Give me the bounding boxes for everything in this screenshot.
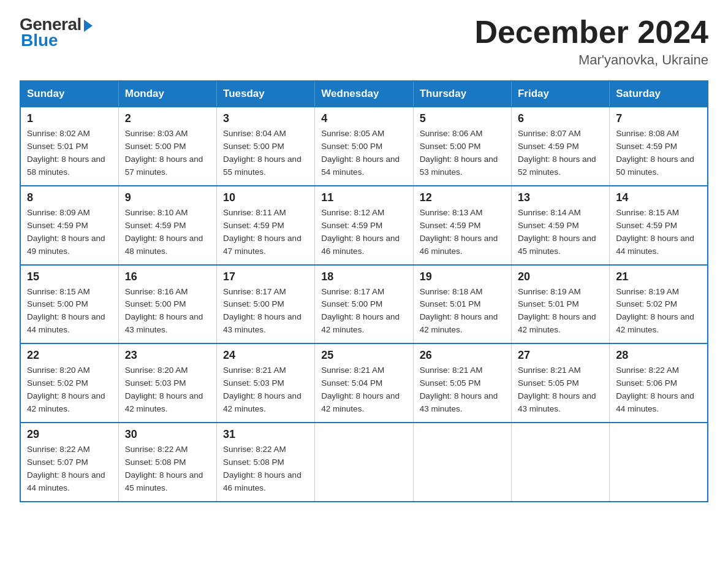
day-info: Sunrise: 8:17 AM Sunset: 5:00 PM Dayligh… <box>321 286 406 337</box>
sunset-label: Sunset: 5:00 PM <box>223 299 284 308</box>
day-number: 12 <box>420 191 505 204</box>
calendar-day-cell: 22 Sunrise: 8:20 AM Sunset: 5:02 PM Dayl… <box>20 343 118 423</box>
calendar-day-cell: 12 Sunrise: 8:13 AM Sunset: 4:59 PM Dayl… <box>413 186 511 265</box>
sunset-label: Sunset: 5:00 PM <box>420 142 481 151</box>
day-number: 24 <box>223 349 308 362</box>
day-number: 30 <box>125 428 210 441</box>
day-number: 15 <box>27 270 112 283</box>
sunset-label: Sunset: 5:04 PM <box>321 378 382 388</box>
day-number: 14 <box>616 191 701 204</box>
sunset-label: Sunset: 5:00 PM <box>321 299 382 308</box>
sunrise-label: Sunrise: 8:07 AM <box>518 129 581 138</box>
day-info: Sunrise: 8:06 AM Sunset: 5:00 PM Dayligh… <box>420 128 505 179</box>
day-number: 10 <box>223 191 308 204</box>
calendar-day-cell: 29 Sunrise: 8:22 AM Sunset: 5:07 PM Dayl… <box>20 423 118 502</box>
day-info: Sunrise: 8:07 AM Sunset: 4:59 PM Dayligh… <box>518 128 603 179</box>
sunrise-label: Sunrise: 8:03 AM <box>125 129 188 138</box>
sunrise-label: Sunrise: 8:20 AM <box>27 366 90 375</box>
days-of-week-row: SundayMondayTuesdayWednesdayThursdayFrid… <box>20 81 708 107</box>
calendar-week-row: 22 Sunrise: 8:20 AM Sunset: 5:02 PM Dayl… <box>20 343 708 423</box>
daylight-label: Daylight: 8 hours and 42 minutes. <box>420 312 498 334</box>
calendar-day-cell: 4 Sunrise: 8:05 AM Sunset: 5:00 PM Dayli… <box>315 107 413 186</box>
day-number: 28 <box>616 349 701 362</box>
day-info: Sunrise: 8:19 AM Sunset: 5:02 PM Dayligh… <box>616 286 701 337</box>
day-info: Sunrise: 8:11 AM Sunset: 4:59 PM Dayligh… <box>223 207 308 258</box>
day-number: 16 <box>125 270 210 283</box>
daylight-label: Daylight: 8 hours and 43 minutes. <box>223 312 301 334</box>
daylight-label: Daylight: 8 hours and 44 minutes. <box>616 391 694 413</box>
day-number: 26 <box>420 349 505 362</box>
day-number: 31 <box>223 428 308 441</box>
calendar-day-cell: 10 Sunrise: 8:11 AM Sunset: 4:59 PM Dayl… <box>217 186 315 265</box>
sunset-label: Sunset: 5:07 PM <box>27 458 88 467</box>
calendar-day-cell: 26 Sunrise: 8:21 AM Sunset: 5:05 PM Dayl… <box>413 343 511 423</box>
sunrise-label: Sunrise: 8:17 AM <box>321 287 384 296</box>
calendar-day-cell: 27 Sunrise: 8:21 AM Sunset: 5:05 PM Dayl… <box>511 343 609 423</box>
sunrise-label: Sunrise: 8:22 AM <box>616 366 679 375</box>
daylight-label: Daylight: 8 hours and 43 minutes. <box>125 312 203 334</box>
daylight-label: Daylight: 8 hours and 44 minutes. <box>27 470 105 492</box>
calendar-header: SundayMondayTuesdayWednesdayThursdayFrid… <box>20 81 708 107</box>
day-number: 21 <box>616 270 701 283</box>
day-info: Sunrise: 8:21 AM Sunset: 5:05 PM Dayligh… <box>420 364 505 416</box>
calendar-day-cell: 20 Sunrise: 8:19 AM Sunset: 5:01 PM Dayl… <box>511 265 609 344</box>
daylight-label: Daylight: 8 hours and 46 minutes. <box>420 234 498 256</box>
sunrise-label: Sunrise: 8:13 AM <box>420 208 483 217</box>
sunrise-label: Sunrise: 8:21 AM <box>223 366 286 375</box>
calendar-week-row: 15 Sunrise: 8:15 AM Sunset: 5:00 PM Dayl… <box>20 265 708 344</box>
month-title: December 2024 <box>474 15 708 50</box>
daylight-label: Daylight: 8 hours and 42 minutes. <box>518 312 596 334</box>
day-number: 2 <box>125 112 210 125</box>
calendar-day-cell: 9 Sunrise: 8:10 AM Sunset: 4:59 PM Dayli… <box>118 186 216 265</box>
day-info: Sunrise: 8:09 AM Sunset: 4:59 PM Dayligh… <box>27 207 112 258</box>
sunrise-label: Sunrise: 8:08 AM <box>616 129 679 138</box>
day-number: 27 <box>518 349 603 362</box>
sunset-label: Sunset: 4:59 PM <box>125 221 186 230</box>
day-of-week-header: Monday <box>118 81 216 107</box>
day-number: 19 <box>420 270 505 283</box>
sunset-label: Sunset: 5:08 PM <box>223 458 284 467</box>
sunrise-label: Sunrise: 8:22 AM <box>27 445 90 454</box>
calendar-day-cell: 3 Sunrise: 8:04 AM Sunset: 5:00 PM Dayli… <box>217 107 315 186</box>
day-info: Sunrise: 8:13 AM Sunset: 4:59 PM Dayligh… <box>420 207 505 258</box>
sunset-label: Sunset: 5:00 PM <box>223 142 284 151</box>
day-of-week-header: Friday <box>511 81 609 107</box>
calendar-day-cell: 8 Sunrise: 8:09 AM Sunset: 4:59 PM Dayli… <box>20 186 118 265</box>
sunrise-label: Sunrise: 8:02 AM <box>27 129 90 138</box>
calendar-day-cell <box>315 423 413 502</box>
calendar-body: 1 Sunrise: 8:02 AM Sunset: 5:01 PM Dayli… <box>20 107 708 501</box>
title-section: December 2024 Mar'yanovka, Ukraine <box>474 15 708 68</box>
day-number: 5 <box>420 112 505 125</box>
sunset-label: Sunset: 5:00 PM <box>125 299 186 308</box>
sunrise-label: Sunrise: 8:19 AM <box>518 287 581 296</box>
calendar-day-cell: 28 Sunrise: 8:22 AM Sunset: 5:06 PM Dayl… <box>610 343 708 423</box>
day-info: Sunrise: 8:08 AM Sunset: 4:59 PM Dayligh… <box>616 128 701 179</box>
sunset-label: Sunset: 4:59 PM <box>27 221 88 230</box>
daylight-label: Daylight: 8 hours and 43 minutes. <box>420 391 498 413</box>
day-info: Sunrise: 8:18 AM Sunset: 5:01 PM Dayligh… <box>420 286 505 337</box>
calendar-day-cell: 25 Sunrise: 8:21 AM Sunset: 5:04 PM Dayl… <box>315 343 413 423</box>
day-of-week-header: Saturday <box>610 81 708 107</box>
day-info: Sunrise: 8:21 AM Sunset: 5:04 PM Dayligh… <box>321 364 406 416</box>
sunset-label: Sunset: 4:59 PM <box>518 142 579 151</box>
page-header: General Blue December 2024 Mar'yanovka, … <box>20 15 708 68</box>
day-number: 6 <box>518 112 603 125</box>
sunset-label: Sunset: 5:03 PM <box>223 378 284 388</box>
day-info: Sunrise: 8:20 AM Sunset: 5:03 PM Dayligh… <box>125 364 210 416</box>
day-info: Sunrise: 8:15 AM Sunset: 4:59 PM Dayligh… <box>616 207 701 258</box>
calendar-day-cell <box>610 423 708 502</box>
sunset-label: Sunset: 4:59 PM <box>420 221 481 230</box>
sunrise-label: Sunrise: 8:04 AM <box>223 129 286 138</box>
daylight-label: Daylight: 8 hours and 45 minutes. <box>518 234 596 256</box>
location-label: Mar'yanovka, Ukraine <box>474 52 708 68</box>
sunrise-label: Sunrise: 8:14 AM <box>518 208 581 217</box>
sunrise-label: Sunrise: 8:06 AM <box>420 129 483 138</box>
daylight-label: Daylight: 8 hours and 42 minutes. <box>125 391 203 413</box>
daylight-label: Daylight: 8 hours and 42 minutes. <box>321 391 400 413</box>
sunset-label: Sunset: 5:02 PM <box>27 378 88 388</box>
day-info: Sunrise: 8:19 AM Sunset: 5:01 PM Dayligh… <box>518 286 603 337</box>
daylight-label: Daylight: 8 hours and 53 minutes. <box>420 155 498 177</box>
calendar-day-cell: 6 Sunrise: 8:07 AM Sunset: 4:59 PM Dayli… <box>511 107 609 186</box>
sunrise-label: Sunrise: 8:21 AM <box>518 366 581 375</box>
sunrise-label: Sunrise: 8:21 AM <box>420 366 483 375</box>
